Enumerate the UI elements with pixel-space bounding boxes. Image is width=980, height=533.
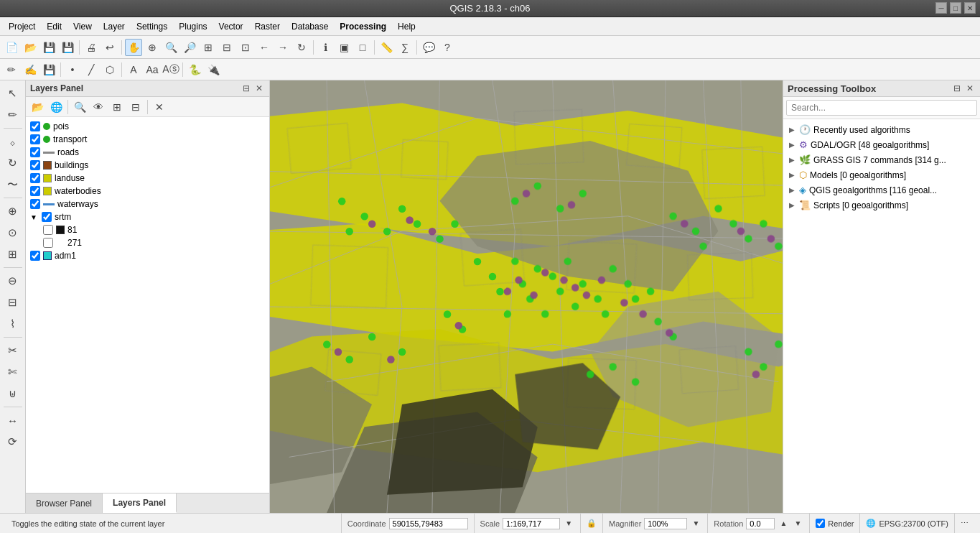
layers-close-btn[interactable]: ✕ [253, 83, 265, 94]
proc-item-qgis[interactable]: ▶ ◈ QGIS geoalgorithms [116 geoal... [783, 182, 980, 198]
close-button[interactable]: ✕ [964, 2, 976, 14]
options-icon[interactable]: ⋯ [961, 519, 969, 528]
pan-btn[interactable]: ✋ [125, 39, 142, 56]
collapse-all-btn[interactable]: ⊟ [127, 98, 144, 116]
identify-btn[interactable]: ℹ [317, 39, 334, 56]
layer-check-271[interactable] [43, 238, 53, 248]
stats-btn[interactable]: ∑ [396, 39, 414, 56]
layer-check-81[interactable] [43, 225, 53, 235]
proc-item-gdal[interactable]: ▶ ⚙ GDAL/OGR [48 geoalgorithms] [783, 137, 980, 152]
layer-check-waterways[interactable] [30, 199, 40, 209]
label-btn[interactable]: A [125, 61, 142, 78]
layer-item-pois[interactable]: pois [26, 120, 269, 133]
maximize-button[interactable]: □ [950, 2, 961, 14]
menu-database[interactable]: Database [286, 19, 334, 34]
layer-check-transport[interactable] [30, 134, 40, 144]
reshape-tool[interactable]: ⌇ [3, 314, 23, 334]
processing-close-btn[interactable]: ✕ [964, 83, 976, 94]
coordinate-input[interactable] [389, 518, 468, 529]
measure-btn[interactable]: 📏 [378, 39, 395, 56]
tab-browser[interactable]: Browser Panel [26, 493, 103, 513]
proc-item-recently-used[interactable]: ▶ 🕐 Recently used algorithms [783, 122, 980, 137]
layer-item-landuse[interactable]: landuse [26, 172, 269, 185]
open-layer-btn[interactable]: 📂 [29, 98, 46, 116]
polygon-btn[interactable]: ⬡ [101, 61, 118, 78]
undo-btn[interactable]: ↩ [101, 39, 118, 56]
zoom-selected-btn[interactable]: ⊟ [218, 39, 235, 56]
layers-float-btn[interactable]: ⊟ [241, 83, 252, 94]
edit-tool[interactable]: ✏ [3, 105, 23, 125]
menu-edit[interactable]: Edit [41, 19, 67, 34]
menu-view[interactable]: View [67, 19, 98, 34]
menu-settings[interactable]: Settings [131, 19, 173, 34]
layer-item-waterways[interactable]: waterways [26, 198, 269, 210]
status-options-section[interactable]: ⋯ [955, 514, 974, 533]
add-wms-btn[interactable]: 🌐 [47, 98, 65, 116]
zoom-last-btn[interactable]: ← [256, 39, 273, 56]
layer-item-transport[interactable]: transport [26, 133, 269, 146]
delete-ring-tool[interactable]: ⊖ [3, 271, 23, 291]
refresh-btn[interactable]: ↻ [293, 39, 310, 56]
rotate-point-tool[interactable]: ⟳ [3, 432, 23, 452]
save-project-btn[interactable]: 💾 [40, 39, 57, 56]
add-part-tool[interactable]: ⊞ [3, 244, 23, 264]
rotate-tool[interactable]: ↻ [3, 153, 23, 173]
layer-check-waterbodies[interactable] [30, 186, 40, 196]
layer-check-buildings[interactable] [30, 160, 40, 170]
layer-check-roads[interactable] [30, 147, 40, 157]
layer-check-adm1[interactable] [30, 251, 40, 261]
zoom-full-btn[interactable]: ⊞ [200, 39, 217, 56]
zoom-out-btn[interactable]: 🔎 [181, 39, 198, 56]
zoom-next-btn[interactable]: → [274, 39, 291, 56]
plugin-btn[interactable]: 🔌 [205, 61, 222, 78]
point-btn[interactable]: • [64, 61, 81, 78]
rotation-up-btn[interactable]: ▲ [778, 518, 789, 529]
menu-project[interactable]: Project [3, 19, 41, 34]
delete-part-tool[interactable]: ⊟ [3, 292, 23, 312]
line-btn[interactable]: ╱ [83, 61, 100, 78]
menu-processing[interactable]: Processing [334, 19, 392, 34]
layer-check-srtm[interactable] [42, 212, 52, 222]
menu-raster[interactable]: Raster [249, 19, 286, 34]
new-project-btn[interactable]: 📄 [3, 39, 20, 56]
tab-layers[interactable]: Layers Panel [103, 493, 177, 513]
rotation-down-btn[interactable]: ▼ [792, 518, 803, 529]
menu-plugins[interactable]: Plugins [173, 19, 213, 34]
map-area[interactable] [270, 80, 783, 513]
menu-help[interactable]: Help [392, 19, 421, 34]
magnifier-dropdown-btn[interactable]: ▼ [690, 518, 701, 529]
zoom-in-btn[interactable]: 🔍 [162, 39, 179, 56]
expand-all-btn[interactable]: ⊞ [108, 98, 126, 116]
pan-to-selection-btn[interactable]: ⊕ [144, 39, 161, 56]
tips-btn[interactable]: 💬 [420, 39, 437, 56]
status-crs-section[interactable]: 🌐 EPSG:23700 (OTF) [860, 514, 955, 533]
deselect-btn[interactable]: □ [354, 39, 371, 56]
minimize-button[interactable]: ─ [935, 2, 947, 14]
scale-dropdown-btn[interactable]: ▼ [563, 518, 574, 529]
fill-ring-tool[interactable]: ⊙ [3, 223, 23, 243]
print-btn[interactable]: 🖨 [83, 39, 100, 56]
rotation-input[interactable] [746, 518, 775, 529]
select-tool[interactable]: ↖ [3, 83, 23, 103]
menu-layer[interactable]: Layer [98, 19, 131, 34]
label3-btn[interactable]: Aⓢ [162, 61, 179, 78]
zoom-layer-btn[interactable]: ⊡ [237, 39, 254, 56]
layer-check-landuse[interactable] [30, 173, 40, 183]
layer-item-roads[interactable]: roads [26, 146, 269, 159]
layer-item-srtm[interactable]: ▼ srtm [26, 210, 269, 223]
srtm-collapse-arrow[interactable]: ▼ [30, 213, 37, 221]
layer-item-81[interactable]: 81 [26, 223, 269, 236]
python-btn[interactable]: 🐍 [186, 61, 203, 78]
layer-item-adm1[interactable]: adm1 [26, 249, 269, 262]
filter-layers-btn[interactable]: 🔍 [71, 98, 88, 116]
layer-visibility-btn[interactable]: 👁 [90, 98, 107, 116]
menu-vector[interactable]: Vector [213, 19, 249, 34]
layer-item-271[interactable]: 271 [26, 236, 269, 249]
save-as-btn[interactable]: 💾 [59, 39, 76, 56]
remove-layer-btn[interactable]: ✕ [151, 98, 168, 116]
add-ring-tool[interactable]: ⊕ [3, 201, 23, 221]
split-parts-tool[interactable]: ✄ [3, 362, 23, 382]
help-btn[interactable]: ? [439, 39, 456, 56]
proc-item-grass[interactable]: ▶ 🌿 GRASS GIS 7 commands [314 g... [783, 152, 980, 167]
processing-search-input[interactable] [786, 100, 977, 116]
